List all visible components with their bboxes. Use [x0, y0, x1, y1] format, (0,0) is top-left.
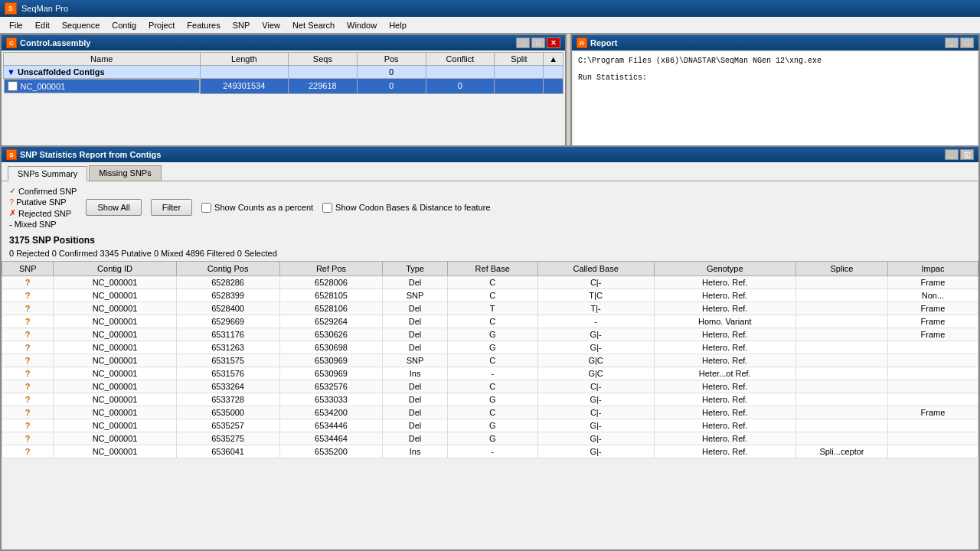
menu-project[interactable]: Project — [142, 19, 181, 31]
ref-base-cell: C — [447, 276, 537, 289]
contig-pos-cell: 6535257 — [176, 419, 279, 432]
snp-cell: ? — [2, 445, 54, 458]
control-maximize-button[interactable]: □ — [531, 37, 545, 48]
impact-cell: Frame — [887, 276, 978, 289]
table-row[interactable]: ? NC_000001 6533728 6533033 Del G G|- He… — [2, 393, 978, 406]
snp-data-table-wrapper[interactable]: SNP Contig ID Contig Pos Ref Pos Type Re… — [2, 261, 978, 551]
contig-row-pos: 0 — [357, 79, 426, 94]
filter-button[interactable]: Filter — [151, 199, 192, 216]
menu-snp[interactable]: SNP — [227, 19, 256, 31]
col-header-contig-id[interactable]: Contig ID — [54, 262, 176, 276]
legend-mixed: - Mixed SNP — [9, 220, 77, 229]
contig-row-conflict: 0 — [426, 79, 495, 94]
type-cell: Del — [383, 406, 447, 419]
menu-edit[interactable]: Edit — [29, 19, 56, 31]
snp-cell: ? — [2, 328, 54, 341]
table-row[interactable]: ? NC_000001 6535257 6534446 Del G G|- He… — [2, 419, 978, 432]
snp-restore-button[interactable]: ◱ — [960, 149, 974, 160]
col-header-contig-pos[interactable]: Contig Pos — [176, 262, 279, 276]
col-header-scroll[interactable]: ▲ — [544, 53, 564, 66]
col-header-seqs[interactable]: Seqs — [288, 53, 357, 66]
report-maximize-button[interactable]: □ — [960, 37, 974, 48]
table-row[interactable]: ? NC_000001 6531176 6530626 Del G G|- He… — [2, 328, 978, 341]
contig-id-cell: NC_000001 — [54, 406, 176, 419]
col-header-conflict[interactable]: Conflict — [426, 53, 495, 66]
control-minimize-button[interactable]: _ — [516, 37, 530, 48]
col-header-length[interactable]: Length — [200, 53, 288, 66]
tab-snps-summary[interactable]: SNPs Summary — [8, 166, 87, 181]
splice-cell — [796, 289, 888, 302]
genotype-cell: Hetero. Ref. — [654, 276, 795, 289]
contig-pos-cell: 6536041 — [176, 445, 279, 458]
col-header-genotype[interactable]: Genotype — [654, 262, 795, 276]
table-row[interactable]: ? NC_000001 6528400 6528106 Del T T|- He… — [2, 302, 978, 315]
splice-cell — [796, 419, 888, 432]
snp-cell: ? — [2, 302, 54, 315]
table-row[interactable]: ? NC_000001 6533264 6532576 Del C C|- He… — [2, 380, 978, 393]
col-header-called-base[interactable]: Called Base — [537, 262, 654, 276]
show-counts-checkbox-label[interactable]: Show Counts as a percent — [201, 203, 313, 213]
snp-cell: ? — [2, 341, 54, 354]
contig-pos-cell: 6528399 — [176, 289, 279, 302]
table-row[interactable]: NC_000001 249301534 229618 0 0 — [4, 79, 564, 94]
table-row[interactable]: ? NC_000001 6535275 6534464 Del G G|- He… — [2, 432, 978, 445]
contig-checkbox[interactable] — [8, 81, 18, 91]
show-codon-checkbox[interactable] — [322, 203, 332, 213]
impact-cell: Frame — [887, 406, 978, 419]
table-row[interactable]: ? NC_000001 6536041 6535200 Ins - G|- He… — [2, 445, 978, 458]
contig-id-cell: NC_000001 — [54, 276, 176, 289]
splice-cell — [796, 302, 888, 315]
report-text: C:\Program Files (x86)\DNASTAR\SeqMan NG… — [578, 57, 822, 82]
contig-id-cell: NC_000001 — [54, 289, 176, 302]
menu-help[interactable]: Help — [383, 19, 413, 31]
tab-missing-snps[interactable]: Missing SNPs — [89, 165, 161, 181]
show-codon-checkbox-label[interactable]: Show Codon Bases & Distance to feature — [322, 203, 490, 213]
table-row[interactable]: ? NC_000001 6528399 6528105 SNP C T|C He… — [2, 289, 978, 302]
report-content: C:\Program Files (x86)\DNASTAR\SeqMan NG… — [573, 52, 977, 152]
called-base-cell: - — [537, 315, 654, 328]
col-header-split[interactable]: Split — [495, 53, 544, 66]
impact-cell — [887, 432, 978, 445]
called-base-cell: G|- — [537, 341, 654, 354]
col-header-splice[interactable]: Splice — [796, 262, 888, 276]
menu-bar: File Edit Sequence Contig Project Featur… — [0, 17, 980, 34]
mixed-icon: - — [9, 220, 12, 229]
genotype-cell: Homo. Variant — [654, 315, 795, 328]
impact-cell — [887, 367, 978, 380]
control-close-button[interactable]: ✕ — [547, 37, 560, 48]
col-header-type[interactable]: Type — [383, 262, 447, 276]
show-counts-checkbox[interactable] — [201, 203, 211, 213]
genotype-cell: Hetero. Ref. — [654, 341, 795, 354]
menu-contig[interactable]: Contig — [106, 19, 142, 31]
table-row[interactable]: ▼ Unscaffolded Contigs 0 — [4, 66, 564, 79]
table-row[interactable]: ? NC_000001 6531263 6530698 Del G G|- He… — [2, 341, 978, 354]
menu-file[interactable]: File — [3, 19, 29, 31]
menu-window[interactable]: Window — [341, 19, 383, 31]
table-row[interactable]: ? NC_000001 6531576 6530969 Ins - G|C He… — [2, 367, 978, 380]
table-row[interactable]: ? NC_000001 6528286 6528006 Del C C|- He… — [2, 276, 978, 289]
col-header-impact[interactable]: Impac — [887, 262, 978, 276]
contig-pos-cell: 6531576 — [176, 367, 279, 380]
menu-view[interactable]: View — [256, 19, 286, 31]
col-header-ref-pos[interactable]: Ref Pos — [279, 262, 383, 276]
col-header-name[interactable]: Name — [4, 53, 201, 66]
menu-features[interactable]: Features — [181, 19, 226, 31]
table-row[interactable]: ? NC_000001 6529669 6529264 Del C - Homo… — [2, 315, 978, 328]
menu-sequence[interactable]: Sequence — [56, 19, 106, 31]
col-header-pos[interactable]: Pos — [357, 53, 426, 66]
type-cell: Del — [383, 341, 447, 354]
table-row[interactable]: ? NC_000001 6531575 6530969 SNP C G|C He… — [2, 354, 978, 367]
menu-net-search[interactable]: Net Search — [286, 19, 341, 31]
col-header-snp[interactable]: SNP — [2, 262, 54, 276]
genotype-cell: Hetero. Ref. — [654, 354, 795, 367]
snp-data-table: SNP Contig ID Contig Pos Ref Pos Type Re… — [2, 261, 978, 458]
ref-base-cell: G — [447, 341, 537, 354]
col-header-ref-base[interactable]: Ref Base — [447, 262, 537, 276]
impact-cell: Frame — [887, 328, 978, 341]
report-minimize-button[interactable]: _ — [945, 37, 959, 48]
splice-cell — [796, 276, 888, 289]
impact-cell — [887, 419, 978, 432]
snp-minimize-button[interactable]: _ — [945, 149, 959, 160]
table-row[interactable]: ? NC_000001 6535000 6534200 Del C C|- He… — [2, 406, 978, 419]
show-all-button[interactable]: Show All — [86, 199, 141, 216]
